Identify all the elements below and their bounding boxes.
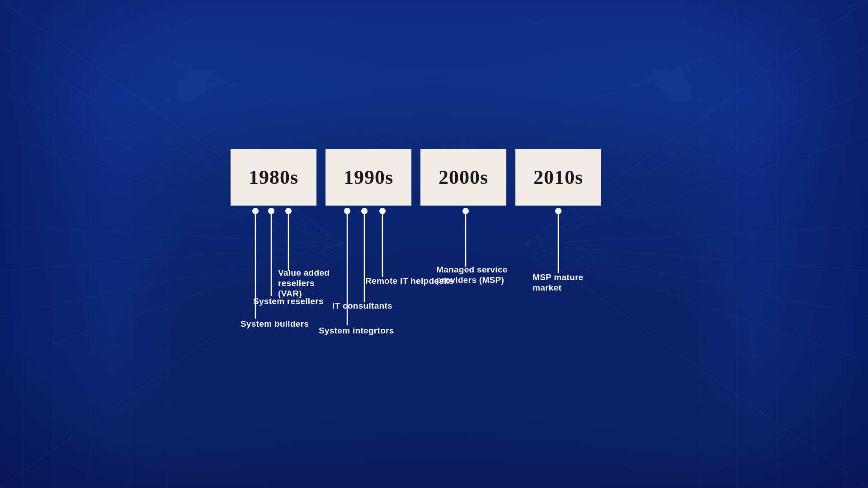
pin-head-msp (462, 208, 469, 214)
label-msp-mature-line1: MSP mature (533, 272, 583, 282)
label-msp-line2: providers (MSP) (436, 275, 504, 285)
decade-label-2000s: 2000s (439, 166, 488, 189)
label-msp-mature-line2: market (533, 283, 561, 292)
label-system-builders: System builders (241, 319, 309, 328)
label-var-line3: (VAR) (278, 289, 302, 298)
pin-head-remote-it (379, 208, 386, 214)
decade-box-1980s: 1980s (231, 149, 316, 206)
decade-label-1990s: 1990s (344, 166, 393, 189)
main-content: 1980s 1990s 2000s 2010s (0, 0, 868, 488)
decade-box-1990s: 1990s (326, 149, 411, 206)
label-it-consultants: IT consultants (332, 301, 392, 310)
label-var-line2: resellers (278, 278, 315, 288)
label-var-line1: Value added (278, 268, 330, 277)
decade-label-2010s: 2010s (533, 166, 583, 189)
decade-box-2000s: 2000s (420, 149, 506, 206)
pin-head-system-builders (252, 208, 259, 214)
pin-head-system-resellers (268, 208, 274, 214)
label-msp-line1: Managed service (436, 265, 508, 274)
decade-label-1980s: 1980s (249, 166, 298, 189)
decade-box-2010s: 2010s (515, 149, 601, 206)
pin-head-system-integrators (344, 208, 350, 214)
pin-head-it-consultants (361, 208, 368, 214)
pin-head-msp-mature (555, 208, 561, 214)
label-system-integrators: System integrtors (319, 326, 394, 335)
timeline-wrapper: 1980s 1990s 2000s 2010s (231, 149, 637, 339)
pin-head-var (285, 208, 292, 214)
timeline-pins-svg: System builders System resellers Value a… (231, 206, 637, 339)
